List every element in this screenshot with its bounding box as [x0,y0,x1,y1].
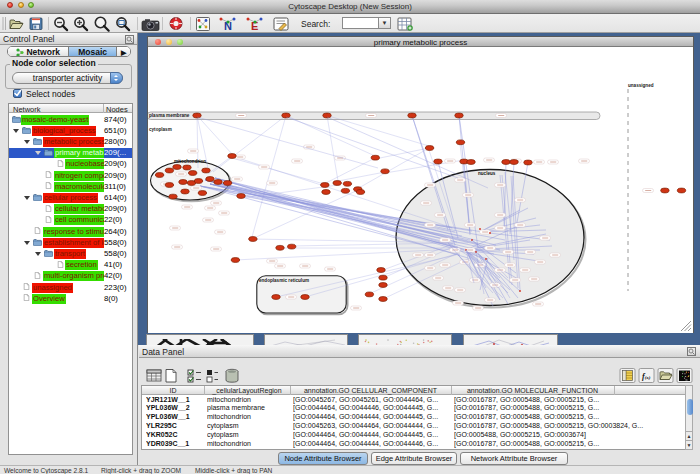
svg-text:cytoplasm: cytoplasm [149,127,172,132]
svg-text:endoplasmic reticulum: endoplasmic reticulum [259,278,309,283]
svg-text:unassigned: unassigned [628,83,654,88]
svg-text:plasma membrane: plasma membrane [149,113,190,118]
svg-text:nucleus: nucleus [478,171,496,176]
svg-text:mitochondrion: mitochondrion [174,159,206,164]
